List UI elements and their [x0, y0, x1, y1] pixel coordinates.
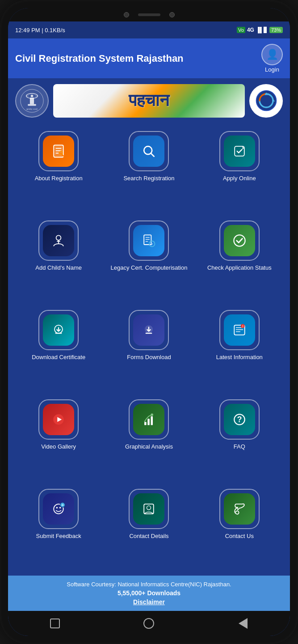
- icon-wrapper-contact-us: [219, 489, 260, 529]
- grid-item-submit-feedback[interactable]: + Submit Feedback: [15, 485, 102, 571]
- icon-wrapper-contact-details: [129, 489, 169, 529]
- login-label: Login: [265, 66, 279, 73]
- svg-point-51: [147, 506, 151, 510]
- grid-label-legacy-cert: Legacy Cert. Computerisation: [111, 264, 188, 272]
- camera: [124, 12, 129, 17]
- back-icon: [239, 618, 248, 629]
- grid-item-faq[interactable]: ? FAQ: [196, 396, 283, 482]
- svg-rect-40: [148, 419, 150, 425]
- back-button[interactable]: [236, 616, 250, 631]
- icon-inner-faq: ?: [224, 404, 255, 435]
- speaker: [138, 13, 160, 16]
- svg-text:!: !: [242, 325, 243, 328]
- grid-label-check-application-status: Check Application Status: [207, 264, 272, 272]
- footer-downloads: 5,55,000+ Downloads: [15, 589, 283, 597]
- login-button[interactable]: 👤 Login: [261, 44, 283, 73]
- grid-label-search-registration: Search Registration: [123, 175, 174, 182]
- phone-device: 12:49 PM | 0.1KB/s Vo 4G ▐▌▊ 73 % Civil …: [0, 0, 298, 644]
- app-title: Civil Registration System Rajasthan: [15, 53, 261, 64]
- svg-rect-41: [151, 416, 153, 425]
- grid-label-video-gallery: Video Gallery: [41, 443, 76, 451]
- grid-label-add-childs-name: Add Child's Name: [35, 264, 82, 272]
- svg-line-18: [151, 153, 154, 157]
- svg-point-47: [59, 507, 61, 509]
- banner-center: पहचान: [53, 84, 245, 118]
- recent-apps-button[interactable]: [48, 616, 62, 631]
- icon-inner-about-registration: [43, 136, 74, 167]
- network-type: 4G: [247, 27, 254, 33]
- grid-item-contact-details[interactable]: Contact Details: [105, 485, 192, 571]
- grid-label-contact-details: Contact Details: [129, 533, 168, 540]
- icon-wrapper-submit-feedback: +: [38, 489, 79, 529]
- svg-text:?: ?: [237, 415, 242, 424]
- grid-label-download-certificate: Download Certificate: [32, 354, 85, 361]
- icon-wrapper-graphical-analysis: [129, 399, 169, 440]
- icon-inner-check-application-status: [224, 225, 255, 256]
- svg-point-20: [56, 235, 61, 240]
- icon-wrapper-download-certificate: [38, 310, 79, 350]
- grid-item-search-registration[interactable]: Search Registration: [105, 127, 192, 213]
- navigation-bar: [8, 611, 290, 636]
- battery-indicator: 73 %: [269, 27, 283, 33]
- grid-label-about-registration: About Registration: [35, 175, 83, 182]
- svg-text:✓: ✓: [151, 242, 154, 246]
- grid-item-legacy-cert[interactable]: ✓ Legacy Cert. Computerisation: [105, 217, 192, 303]
- grid-label-apply-online: Apply Online: [223, 175, 256, 182]
- grid-item-apply-online[interactable]: Apply Online: [196, 127, 283, 213]
- icon-wrapper-legacy-cert: ✓: [129, 220, 169, 261]
- home-button[interactable]: [142, 616, 156, 631]
- icon-inner-contact-details: [133, 493, 164, 525]
- svg-point-26: [234, 235, 245, 246]
- svg-text:+: +: [62, 503, 64, 507]
- icon-inner-add-childs-name: [43, 225, 74, 256]
- svg-point-46: [56, 507, 58, 509]
- icon-inner-video-gallery: [43, 404, 74, 435]
- icon-inner-latest-information: !: [224, 314, 255, 346]
- grid-item-check-application-status[interactable]: Check Application Status: [196, 217, 283, 303]
- icon-wrapper-check-application-status: [219, 220, 260, 261]
- grid-item-latest-information[interactable]: ! Latest Information: [196, 306, 283, 392]
- phone-screen: 12:49 PM | 0.1KB/s Vo 4G ▐▌▊ 73 % Civil …: [8, 8, 290, 636]
- menu-grid: About Registration Search Registration A…: [8, 123, 290, 576]
- grid-item-forms-download[interactable]: Forms Download: [105, 306, 192, 392]
- app-header: Civil Registration System Rajasthan 👤 Lo…: [8, 38, 290, 78]
- icon-inner-submit-feedback: +: [43, 493, 74, 525]
- recent-apps-icon: [50, 619, 60, 628]
- icon-wrapper-add-childs-name: [38, 220, 79, 261]
- icon-inner-forms-download: [133, 314, 164, 346]
- signal-bars: ▐▌▊: [256, 27, 268, 33]
- grid-item-add-childs-name[interactable]: Add Child's Name: [15, 217, 102, 303]
- app-footer: Software Courtesy: National Informatics …: [8, 576, 290, 611]
- icon-wrapper-forms-download: [129, 310, 169, 350]
- grid-item-about-registration[interactable]: About Registration: [15, 127, 102, 213]
- icon-inner-legacy-cert: ✓: [133, 225, 164, 256]
- app-logo: [249, 84, 283, 118]
- grid-item-graphical-analysis[interactable]: Graphical Analysis: [105, 396, 192, 482]
- icon-wrapper-apply-online: [219, 131, 260, 171]
- svg-point-42: [151, 414, 153, 416]
- network-indicator: Vo: [237, 27, 245, 33]
- grid-item-contact-us[interactable]: Contact Us: [196, 485, 283, 571]
- grid-label-submit-feedback: Submit Feedback: [36, 533, 81, 540]
- grid-label-forms-download: Forms Download: [127, 354, 171, 361]
- grid-item-video-gallery[interactable]: Video Gallery: [15, 396, 102, 482]
- status-bar: 12:49 PM | 0.1KB/s Vo 4G ▐▌▊ 73 %: [8, 21, 290, 38]
- grid-label-contact-us: Contact Us: [225, 533, 254, 540]
- home-icon: [143, 618, 154, 629]
- grid-item-download-certificate[interactable]: Download Certificate: [15, 306, 102, 392]
- icon-inner-search-registration: [133, 136, 164, 167]
- footer-courtesy: Software Courtesy: National Informatics …: [15, 581, 283, 588]
- icon-wrapper-faq: ?: [219, 399, 260, 440]
- icon-inner-apply-online: [224, 136, 255, 167]
- grid-label-latest-information: Latest Information: [216, 354, 263, 361]
- grid-label-graphical-analysis: Graphical Analysis: [125, 443, 173, 451]
- icon-wrapper-video-gallery: [38, 399, 79, 440]
- icon-inner-graphical-analysis: [133, 404, 164, 435]
- government-emblem: सत्यमेव जयते: [15, 84, 49, 118]
- svg-point-4: [31, 94, 34, 97]
- login-icon: 👤: [261, 44, 283, 65]
- icon-wrapper-latest-information: !: [219, 310, 260, 350]
- footer-disclaimer[interactable]: Disclaimer: [15, 598, 283, 606]
- icon-wrapper-about-registration: [38, 131, 79, 171]
- svg-rect-1: [28, 104, 36, 106]
